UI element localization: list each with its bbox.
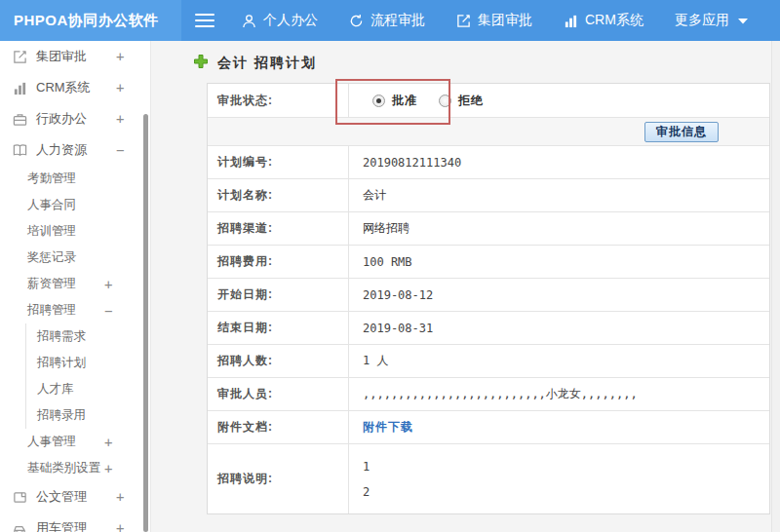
app-logo: PHPOA协同办公软件 (0, 0, 181, 41)
edit-square-icon (456, 14, 471, 28)
sidebar-item-recruit-hiring[interactable]: 招聘录用 (26, 402, 150, 429)
expand-icon[interactable]: + (116, 49, 124, 64)
row-end-date: 结束日期: 2019-08-31 (208, 312, 769, 345)
nav-crm-system[interactable]: CRM系统 (564, 12, 644, 29)
sidebar-item-vehicle-mgmt[interactable]: 用车管理 + (0, 513, 150, 532)
sidebar-item-personnel[interactable]: 人事管理 + (0, 429, 150, 455)
approvers-value: ,,,,,,,,,,,,,,,,,,,,,,,,,,小龙女,,,,,,,, (349, 378, 769, 410)
end-date-value: 2019-08-31 (349, 312, 769, 344)
sidebar-item-group-approval[interactable]: 集团审批 + (0, 41, 150, 72)
book-icon (13, 143, 29, 158)
document-icon (13, 490, 29, 505)
radio-button-icon[interactable] (439, 95, 451, 107)
collapse-icon[interactable]: − (104, 303, 112, 319)
row-description: 招聘说明: 1 2 (208, 444, 769, 513)
nav-more-apps[interactable]: 更多应用 (675, 12, 748, 29)
sidebar-scrollbar[interactable] (143, 41, 149, 532)
sidebar-item-crm-system[interactable]: CRM系统 + (0, 72, 150, 103)
row-plan-number: 计划编号: 20190812111340 (208, 146, 769, 179)
bar-chart-icon (564, 14, 578, 28)
sidebar-item-human-resources[interactable]: 人力资源 − (0, 134, 150, 166)
caret-down-icon (738, 18, 748, 24)
expand-icon[interactable]: + (116, 80, 124, 95)
briefcase-icon (13, 112, 29, 127)
edit-square-icon (13, 50, 29, 64)
breadcrumb: 会计 招聘计划 (193, 54, 317, 73)
process-refresh-icon (349, 14, 364, 28)
expand-icon[interactable]: + (116, 520, 124, 532)
radio-reject[interactable]: 拒绝 (439, 93, 484, 109)
recruitment-subgroup: 招聘需求 招聘计划 人才库 招聘录用 (25, 323, 150, 429)
main-content: 会计 招聘计划 审批状态: 批准 拒绝 审 (152, 41, 780, 532)
bar-chart-icon (13, 81, 29, 95)
sidebar: 集团审批 + CRM系统 + 行政办公 + 人力资源 − 考勤管理 人事合同 培… (0, 41, 151, 532)
row-recruit-cost: 招聘费用: 100 RMB (208, 246, 769, 279)
sidebar-item-recruitment[interactable]: 招聘管理 − (0, 297, 150, 323)
approval-info-button[interactable]: 审批信息 (644, 122, 719, 142)
row-recruit-channel: 招聘渠道: 网络招聘 (208, 212, 769, 246)
sidebar-item-training[interactable]: 培训管理 (0, 218, 150, 245)
nav-process-approval[interactable]: 流程审批 (349, 12, 425, 29)
action-row: 审批信息 (208, 118, 769, 146)
topbar: PHPOA协同办公软件 个人办公 流程审批 集团审批 (0, 0, 780, 41)
sidebar-item-talent-pool[interactable]: 人才库 (26, 376, 150, 402)
page-title: 会计 招聘计划 (217, 55, 317, 72)
sidebar-item-base-category[interactable]: 基础类别设置 + (0, 455, 150, 481)
nav-personal-office[interactable]: 个人办公 (242, 12, 318, 29)
expand-icon[interactable]: + (116, 111, 124, 127)
plan-number-value: 20190812111340 (349, 146, 769, 178)
detail-panel: 审批状态: 批准 拒绝 审批信息 计划编号: (207, 83, 770, 514)
nav-group-approval[interactable]: 集团审批 (456, 12, 532, 29)
row-plan-name: 计划名称: 会计 (208, 179, 769, 212)
description-line: 1 (363, 460, 370, 474)
hamburger-menu-icon[interactable] (195, 14, 214, 27)
main-scrollbar[interactable] (771, 41, 780, 532)
expand-icon[interactable]: + (104, 435, 112, 450)
row-attachment: 附件文档: 附件下载 (208, 411, 769, 444)
sidebar-item-rewards[interactable]: 奖惩记录 (0, 245, 150, 271)
sidebar-item-salary[interactable]: 薪资管理 + (0, 271, 150, 297)
plan-name-value: 会计 (349, 179, 769, 211)
sidebar-scrollbar-thumb[interactable] (143, 114, 148, 532)
radio-approve[interactable]: 批准 (372, 93, 417, 109)
top-nav: 个人办公 流程审批 集团审批 CRM系统 更多应用 (242, 12, 779, 29)
row-headcount: 招聘人数: 1 人 (208, 345, 769, 378)
start-date-value: 2019-08-12 (349, 279, 769, 311)
expand-icon[interactable]: + (104, 461, 112, 476)
attachment-download-link[interactable]: 附件下载 (363, 419, 413, 436)
row-approvers: 审批人员: ,,,,,,,,,,,,,,,,,,,,,,,,,,小龙女,,,,,… (208, 378, 769, 411)
expand-icon[interactable]: + (104, 277, 112, 292)
collapse-icon[interactable]: − (116, 142, 124, 158)
expand-icon[interactable]: + (116, 489, 124, 505)
row-start-date: 开始日期: 2019-08-12 (208, 279, 769, 312)
recruit-channel-value: 网络招聘 (349, 212, 769, 245)
headcount-value: 1 人 (349, 345, 769, 377)
user-icon (242, 14, 256, 28)
sidebar-item-recruit-demand[interactable]: 招聘需求 (26, 323, 150, 350)
add-plus-icon[interactable] (193, 54, 209, 73)
car-icon (13, 521, 29, 532)
radio-button-icon[interactable] (372, 95, 385, 107)
sidebar-item-hr-contract[interactable]: 人事合同 (0, 192, 150, 218)
approval-radio-group: 批准 拒绝 (363, 93, 484, 109)
field-label: 审批状态: (208, 84, 349, 117)
sidebar-item-attendance[interactable]: 考勤管理 (0, 166, 150, 192)
row-approval-status: 审批状态: 批准 拒绝 (208, 84, 769, 118)
sidebar-item-admin-office[interactable]: 行政办公 + (0, 103, 150, 134)
sidebar-item-document-mgmt[interactable]: 公文管理 + (0, 481, 150, 513)
recruit-cost-value: 100 RMB (349, 246, 769, 278)
description-line: 2 (363, 485, 370, 499)
sidebar-item-recruit-plan[interactable]: 招聘计划 (26, 350, 150, 376)
